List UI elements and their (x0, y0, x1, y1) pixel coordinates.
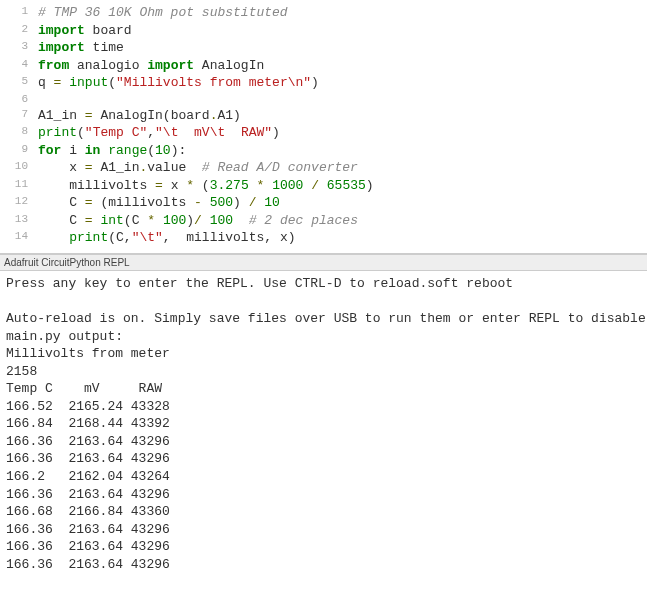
code-line[interactable]: 8print("Temp C","\t mV\t RAW") (0, 124, 647, 142)
line-number: 14 (0, 229, 38, 247)
code-line[interactable]: 11 millivolts = x * (3.275 * 1000 / 6553… (0, 177, 647, 195)
code-line[interactable]: 9for i in range(10): (0, 142, 647, 160)
repl-line: Press any key to enter the REPL. Use CTR… (6, 275, 641, 293)
repl-line: Temp C mV RAW (6, 380, 641, 398)
repl-line: 2158 (6, 363, 641, 381)
repl-line (6, 293, 641, 311)
code-content[interactable]: for i in range(10): (38, 142, 647, 160)
repl-line (6, 573, 641, 591)
repl-output[interactable]: Press any key to enter the REPL. Use CTR… (0, 271, 647, 600)
code-line[interactable]: 5q = input("Millivolts from meter\n") (0, 74, 647, 92)
repl-panel-header: Adafruit CircuitPython REPL (0, 254, 647, 271)
line-number: 13 (0, 212, 38, 230)
code-content[interactable]: q = input("Millivolts from meter\n") (38, 74, 647, 92)
line-number: 7 (0, 107, 38, 125)
line-number: 4 (0, 57, 38, 75)
repl-line: 166.52 2165.24 43328 (6, 398, 641, 416)
code-content[interactable]: # TMP 36 10K Ohm pot substituted (38, 4, 647, 22)
code-content[interactable]: x = A1_in.value # Read A/D converter (38, 159, 647, 177)
repl-line: 166.36 2163.64 43296 (6, 521, 641, 539)
line-number: 3 (0, 39, 38, 57)
code-line[interactable]: 7A1_in = AnalogIn(board.A1) (0, 107, 647, 125)
line-number: 10 (0, 159, 38, 177)
line-number: 8 (0, 124, 38, 142)
repl-line: 166.36 2163.64 43296 (6, 486, 641, 504)
line-number: 9 (0, 142, 38, 160)
code-line[interactable]: 13 C = int(C * 100)/ 100 # 2 dec places (0, 212, 647, 230)
code-editor[interactable]: 1# TMP 36 10K Ohm pot substituted2import… (0, 0, 647, 254)
line-number: 12 (0, 194, 38, 212)
code-content[interactable]: import board (38, 22, 647, 40)
code-content[interactable]: C = (millivolts - 500) / 10 (38, 194, 647, 212)
repl-line: 166.36 2163.64 43296 (6, 433, 641, 451)
code-content[interactable]: from analogio import AnalogIn (38, 57, 647, 75)
code-line[interactable]: 6 (0, 92, 647, 107)
code-line[interactable]: 2import board (0, 22, 647, 40)
repl-line: 166.36 2163.64 43296 (6, 450, 641, 468)
repl-line: main.py output: (6, 328, 641, 346)
code-line[interactable]: 4from analogio import AnalogIn (0, 57, 647, 75)
code-content[interactable]: C = int(C * 100)/ 100 # 2 dec places (38, 212, 647, 230)
code-line[interactable]: 1# TMP 36 10K Ohm pot substituted (0, 4, 647, 22)
line-number: 2 (0, 22, 38, 40)
line-number: 11 (0, 177, 38, 195)
code-content[interactable]: millivolts = x * (3.275 * 1000 / 65535) (38, 177, 647, 195)
line-number: 6 (0, 92, 38, 107)
repl-line: 166.36 2163.64 43296 (6, 556, 641, 574)
line-number: 1 (0, 4, 38, 22)
code-line[interactable]: 3import time (0, 39, 647, 57)
code-line[interactable]: 10 x = A1_in.value # Read A/D converter (0, 159, 647, 177)
code-content[interactable] (38, 92, 647, 107)
repl-line: 166.36 2163.64 43296 (6, 538, 641, 556)
code-content[interactable]: print(C,"\t", millivolts, x) (38, 229, 647, 247)
repl-line: 166.68 2166.84 43360 (6, 503, 641, 521)
code-line[interactable]: 14 print(C,"\t", millivolts, x) (0, 229, 647, 247)
code-content[interactable]: A1_in = AnalogIn(board.A1) (38, 107, 647, 125)
code-content[interactable]: import time (38, 39, 647, 57)
line-number: 5 (0, 74, 38, 92)
code-content[interactable]: print("Temp C","\t mV\t RAW") (38, 124, 647, 142)
code-line[interactable]: 12 C = (millivolts - 500) / 10 (0, 194, 647, 212)
repl-line: 166.2 2162.04 43264 (6, 468, 641, 486)
repl-line: 166.84 2168.44 43392 (6, 415, 641, 433)
repl-line (6, 591, 641, 600)
repl-line: Millivolts from meter (6, 345, 641, 363)
repl-line: Auto-reload is on. Simply save files ove… (6, 310, 641, 328)
